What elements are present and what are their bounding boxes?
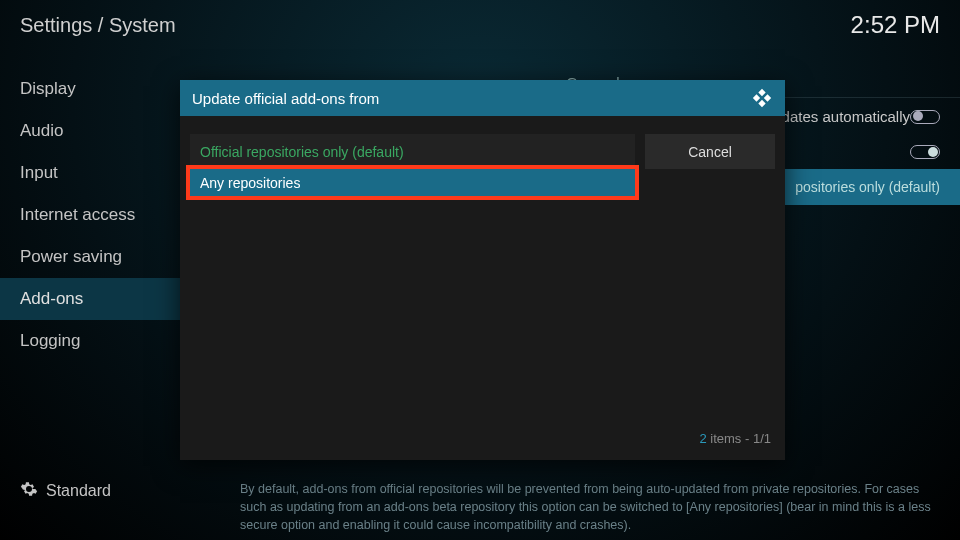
clock: 2:52 PM	[851, 11, 940, 39]
help-text: By default, add-ons from official reposi…	[226, 480, 940, 534]
dialog-list: Official repositories only (default) Any…	[180, 116, 645, 421]
gear-icon	[20, 480, 38, 502]
dialog-option-any[interactable]: Any repositories	[186, 165, 639, 200]
breadcrumb: Settings / System	[20, 14, 176, 37]
setting-value: positories only (default)	[795, 179, 940, 195]
dialog-count: 2	[699, 431, 706, 446]
dialog-update-addons: Update official add-ons from Official re…	[180, 80, 785, 460]
dialog-title: Update official add-ons from	[192, 90, 379, 107]
cancel-button[interactable]: Cancel	[645, 134, 775, 169]
settings-level-label: Standard	[46, 482, 111, 500]
dialog-option-official[interactable]: Official repositories only (default)	[190, 134, 635, 169]
kodi-icon	[751, 87, 773, 109]
dialog-footer: 2 items - 1/1	[180, 421, 785, 456]
settings-level[interactable]: Standard	[20, 480, 226, 502]
toggle-on[interactable]	[910, 145, 940, 159]
toggle-off[interactable]	[910, 110, 940, 124]
dialog-count-rest: items - 1/1	[707, 431, 771, 446]
